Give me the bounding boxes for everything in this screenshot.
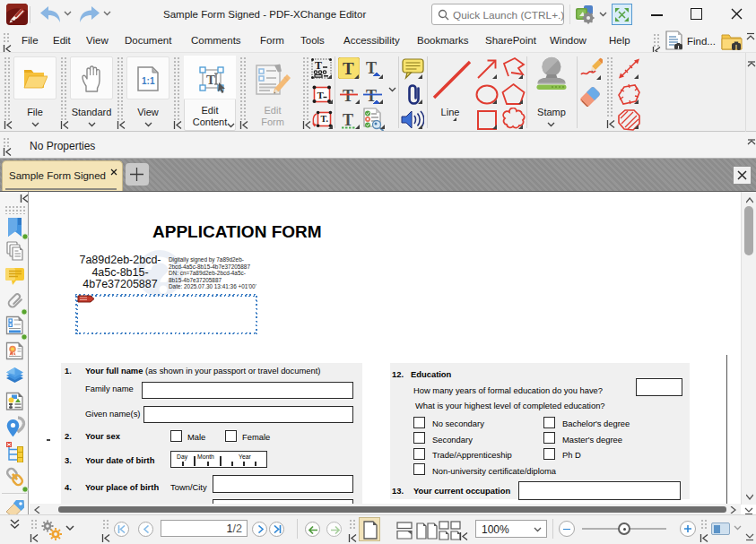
- svg-text:T: T: [206, 73, 215, 87]
- svg-text:T: T: [315, 59, 322, 72]
- svg-text:T: T: [343, 111, 353, 129]
- svg-text:T: T: [343, 59, 354, 78]
- svg-text:T: T: [317, 90, 325, 100]
- svg-text:T: T: [343, 87, 353, 105]
- svg-text:1:1: 1:1: [142, 76, 155, 86]
- svg-text:T.: T.: [321, 114, 329, 124]
